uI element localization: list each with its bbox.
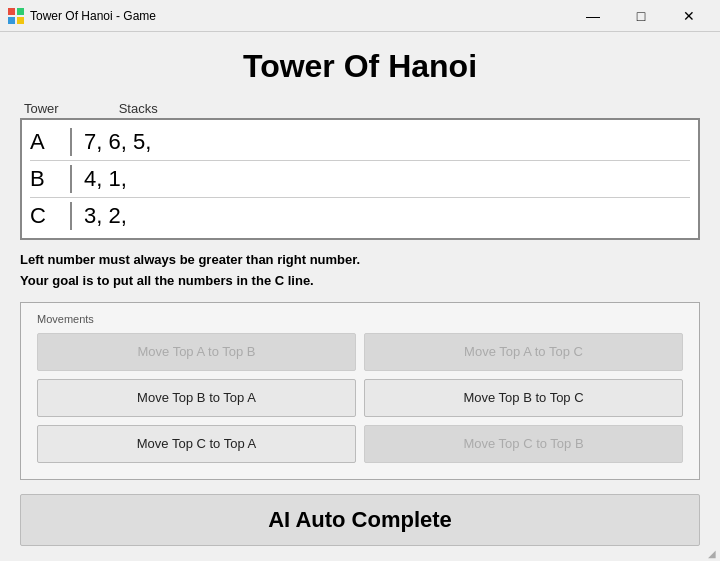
window-controls: — □ ✕ xyxy=(570,0,712,32)
tower-row-c: C 3, 2, xyxy=(30,198,690,234)
tower-stack-b: 4, 1, xyxy=(84,166,127,192)
titlebar: Tower Of Hanoi - Game — □ ✕ xyxy=(0,0,720,32)
instruction-line2: Your goal is to put all the numbers in t… xyxy=(20,271,700,292)
window-title: Tower Of Hanoi - Game xyxy=(30,9,570,23)
movements-group: Movements Move Top A to Top B Move Top A… xyxy=(20,302,700,480)
move-c-to-b-button[interactable]: Move Top C to Top B xyxy=(364,425,683,463)
main-content: Tower Of Hanoi Tower Stacks A 7, 6, 5, B… xyxy=(0,32,720,561)
move-b-to-a-button[interactable]: Move Top B to Top A xyxy=(37,379,356,417)
move-a-to-c-button[interactable]: Move Top A to Top C xyxy=(364,333,683,371)
separator-b xyxy=(70,165,72,193)
tower-stack-a: 7, 6, 5, xyxy=(84,129,151,155)
tower-stack-c: 3, 2, xyxy=(84,203,127,229)
header-stacks: Stacks xyxy=(119,101,158,116)
header-tower: Tower xyxy=(24,101,59,116)
instructions: Left number must always be greater than … xyxy=(20,250,700,292)
tower-table: A 7, 6, 5, B 4, 1, C 3, 2, xyxy=(20,118,700,240)
tower-letter-a: A xyxy=(30,129,70,155)
move-c-to-a-button[interactable]: Move Top C to Top A xyxy=(37,425,356,463)
maximize-button[interactable]: □ xyxy=(618,0,664,32)
move-a-to-b-button[interactable]: Move Top A to Top B xyxy=(37,333,356,371)
tower-headers: Tower Stacks A 7, 6, 5, B 4, 1, C 3, 2, xyxy=(20,101,700,240)
tower-letter-c: C xyxy=(30,203,70,229)
ai-auto-complete-button[interactable]: AI Auto Complete xyxy=(20,494,700,546)
svg-rect-0 xyxy=(8,8,15,15)
movements-label: Movements xyxy=(37,313,683,325)
tower-letter-b: B xyxy=(30,166,70,192)
tower-row-a: A 7, 6, 5, xyxy=(30,124,690,161)
separator-a xyxy=(70,128,72,156)
tower-row-b: B 4, 1, xyxy=(30,161,690,198)
separator-c xyxy=(70,202,72,230)
resize-handle[interactable]: ◢ xyxy=(708,548,716,559)
app-icon xyxy=(8,8,24,24)
instruction-line1: Left number must always be greater than … xyxy=(20,250,700,271)
svg-rect-1 xyxy=(17,8,24,15)
svg-rect-3 xyxy=(17,17,24,24)
move-b-to-c-button[interactable]: Move Top B to Top C xyxy=(364,379,683,417)
page-title: Tower Of Hanoi xyxy=(20,48,700,85)
minimize-button[interactable]: — xyxy=(570,0,616,32)
svg-rect-2 xyxy=(8,17,15,24)
close-button[interactable]: ✕ xyxy=(666,0,712,32)
movements-grid: Move Top A to Top B Move Top A to Top C … xyxy=(37,333,683,463)
